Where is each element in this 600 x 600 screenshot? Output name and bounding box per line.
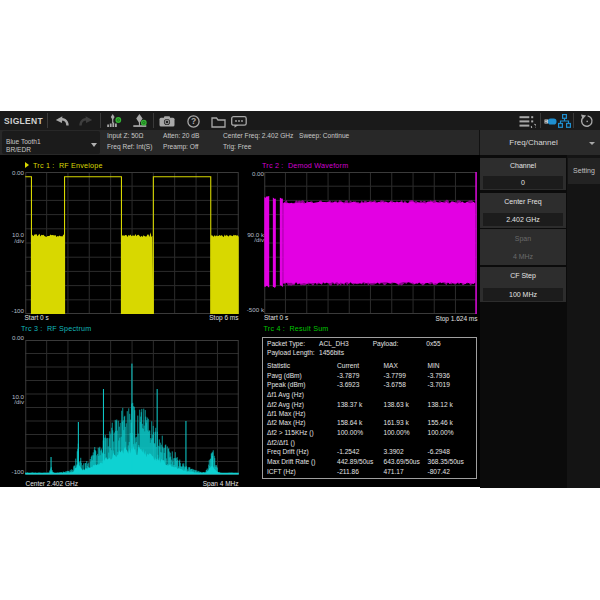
svg-text:?: ? (191, 116, 196, 126)
